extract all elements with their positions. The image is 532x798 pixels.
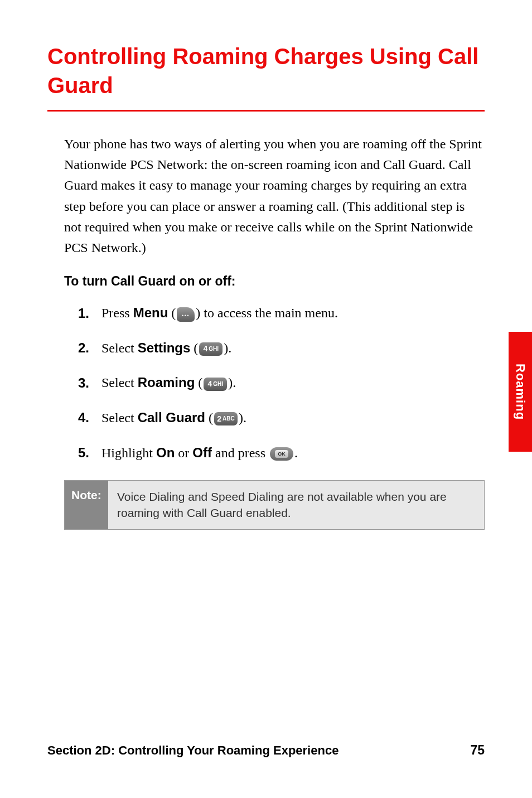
step-text-pre: Highlight	[101, 446, 156, 460]
page-footer: Section 2D: Controlling Your Roaming Exp…	[47, 743, 485, 758]
step-2: 2. Select Settings (4GHI).	[78, 338, 485, 358]
step-text-post2: .	[294, 446, 298, 460]
step-text-post: ).	[224, 341, 231, 355]
step-text-pre: Select	[101, 375, 138, 390]
step-1: 1. Press Menu () to access the main menu…	[78, 303, 485, 323]
step-paren-open: (	[195, 375, 202, 390]
title-underline	[47, 110, 485, 112]
intro-paragraph: Your phone has two ways of alerting you …	[64, 134, 485, 258]
step-number: 2.	[78, 338, 101, 357]
step-bold: Menu	[133, 305, 168, 320]
subheading: To turn Call Guard on or off:	[64, 274, 485, 289]
2-abc-key-icon: 2ABC	[214, 412, 238, 425]
step-bold: Call Guard	[138, 410, 205, 425]
step-4: 4. Select Call Guard (2ABC).	[78, 408, 485, 428]
step-3: 3. Select Roaming (4GHI).	[78, 373, 485, 393]
footer-section: Section 2D: Controlling Your Roaming Exp…	[47, 743, 338, 758]
step-5: 5. Highlight On or Off and press OK.	[78, 443, 485, 463]
note-box: Note: Voice Dialing and Speed Dialing ar…	[64, 480, 485, 530]
note-label: Note:	[65, 481, 108, 529]
step-text-post1: and press	[212, 446, 269, 460]
side-tab-label: Roaming	[513, 364, 528, 420]
page-title: Controlling Roaming Charges Using Call G…	[47, 42, 485, 100]
note-text: Voice Dialing and Speed Dialing are not …	[108, 481, 484, 529]
step-bold-2: Off	[192, 445, 212, 460]
step-bold: Roaming	[138, 375, 195, 390]
menu-key-icon	[177, 307, 195, 322]
step-text-pre: Select	[101, 410, 138, 425]
ok-key-icon: OK	[270, 447, 293, 461]
step-number: 4.	[78, 408, 101, 427]
4-ghi-key-icon: 4GHI	[199, 342, 223, 356]
step-number: 5.	[78, 443, 101, 462]
step-text-post: ).	[239, 410, 246, 425]
step-number: 1.	[78, 304, 101, 323]
step-bold: Settings	[138, 340, 191, 355]
step-text-pre: Select	[101, 341, 138, 355]
steps-list: 1. Press Menu () to access the main menu…	[78, 303, 485, 462]
step-number: 3.	[78, 374, 101, 393]
footer-page-number: 75	[470, 743, 485, 758]
side-tab: Roaming	[509, 332, 532, 452]
step-paren-open: (	[205, 410, 213, 425]
step-paren-open: (	[168, 306, 176, 320]
step-text-post: ) to access the main menu.	[196, 306, 338, 320]
step-bold: On	[156, 445, 175, 460]
step-text-pre: Press	[101, 306, 133, 320]
step-text-mid: or	[175, 446, 192, 460]
step-text-post: ).	[228, 375, 236, 390]
step-paren-open: (	[190, 341, 198, 355]
4-ghi-key-icon: 4GHI	[204, 378, 227, 391]
